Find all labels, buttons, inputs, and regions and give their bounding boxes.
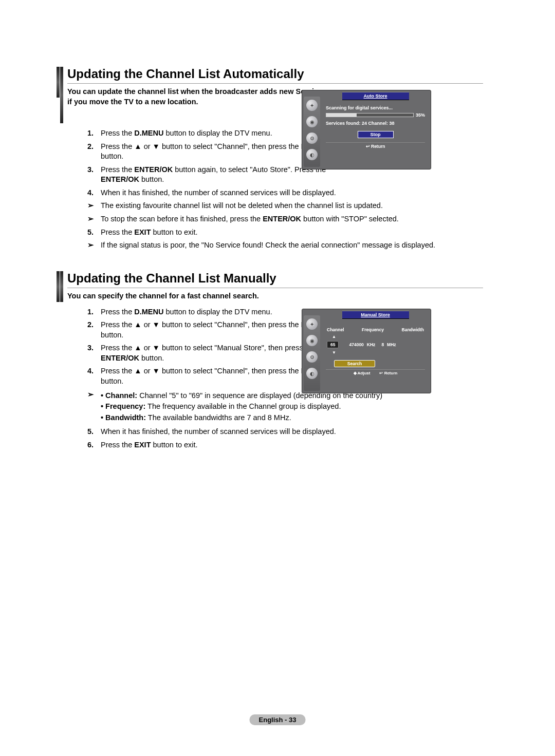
menu-icon: ◉ bbox=[306, 116, 318, 127]
menu-icon: ◉ bbox=[306, 335, 318, 346]
step-number: 6. bbox=[87, 440, 101, 450]
down-arrow-icon: ▼ bbox=[326, 350, 425, 355]
note-arrow-icon: ➢ bbox=[87, 390, 101, 424]
step-text: Press the EXIT button to exit. bbox=[101, 228, 483, 238]
progress-fill bbox=[326, 114, 357, 117]
osd-progress-percent: 35% bbox=[416, 112, 425, 118]
step-number: 3. bbox=[87, 343, 101, 363]
note-text: • Channel: Channel "5" to "69" in sequen… bbox=[101, 390, 483, 424]
step-number: 5. bbox=[87, 427, 101, 437]
step-number: 1. bbox=[87, 128, 101, 139]
note-arrow-icon: ➢ bbox=[87, 240, 101, 251]
note-text: If the signal status is poor, the "No Se… bbox=[101, 240, 483, 251]
note-arrow-icon: ➢ bbox=[87, 214, 101, 224]
note-arrow-icon: ➢ bbox=[87, 201, 101, 211]
col-channel: Channel bbox=[327, 327, 344, 332]
menu-icon: ◐ bbox=[306, 149, 318, 160]
frequency-unit: KHz bbox=[367, 342, 376, 347]
osd-tab-title: Auto Store bbox=[342, 92, 409, 100]
menu-icon: ⚙ bbox=[306, 351, 318, 363]
header-bars-icon bbox=[57, 67, 63, 123]
osd-progress: 35% bbox=[326, 112, 425, 118]
menu-icon: ✦ bbox=[306, 100, 318, 111]
step-text: When it has finished, the number of scan… bbox=[101, 427, 483, 437]
note-text: The existing favourite channel list will… bbox=[101, 201, 483, 211]
col-frequency: Frequency bbox=[362, 327, 384, 332]
osd-scanning-text: Scanning for digital services... bbox=[326, 105, 425, 110]
bandwidth-unit: MHz bbox=[387, 342, 396, 347]
step-number: 2. bbox=[87, 142, 101, 162]
step-number: 1. bbox=[87, 307, 101, 317]
osd-search-button[interactable]: Search bbox=[334, 360, 375, 367]
step-number: 3. bbox=[87, 165, 101, 185]
section-title: Updating the Channel List Manually bbox=[67, 271, 483, 288]
osd-tab-title: Manual Store bbox=[342, 311, 409, 319]
bandwidth-value: 8 bbox=[381, 342, 384, 347]
menu-icon: ⚙ bbox=[306, 133, 318, 144]
osd-adjust-hint: ◆ Adjust bbox=[354, 371, 371, 375]
up-arrow-icon: ▲ bbox=[326, 334, 425, 339]
section-intro: You can specify the channel for a fast c… bbox=[67, 291, 483, 301]
section-title: Updating the Channel List Automatically bbox=[67, 67, 483, 84]
osd-stop-button[interactable]: Stop bbox=[358, 131, 394, 138]
channel-value[interactable]: 65 bbox=[327, 341, 339, 348]
osd-auto-store: ✦ ◉ ⚙ ◐ Auto Store Scanning for digital … bbox=[302, 90, 431, 169]
osd-return-hint: ↩ Return bbox=[379, 371, 397, 375]
step-text: When it has finished, the number of scan… bbox=[101, 188, 348, 198]
osd-manual-store: ✦ ◉ ⚙ ◐ Manual Store Channel Frequency B… bbox=[302, 309, 431, 393]
header-bars-icon bbox=[57, 271, 63, 302]
frequency-value: 474000 bbox=[349, 342, 363, 347]
menu-icon: ◐ bbox=[306, 368, 318, 379]
note-text: To stop the scan before it has finished,… bbox=[101, 214, 483, 224]
step-number: 4. bbox=[87, 366, 101, 386]
osd-return-hint: ↩ Return bbox=[326, 142, 425, 149]
step-number: 4. bbox=[87, 188, 101, 198]
osd-sidebar: ✦ ◉ ⚙ ◐ bbox=[304, 97, 320, 167]
step-text: Press the EXIT button to exit. bbox=[101, 440, 483, 450]
page-footer: English - 33 bbox=[250, 714, 306, 725]
osd-sidebar: ✦ ◉ ⚙ ◐ bbox=[304, 315, 320, 391]
step-number: 5. bbox=[87, 228, 101, 238]
step-number: 2. bbox=[87, 320, 101, 340]
menu-icon: ✦ bbox=[306, 318, 318, 330]
osd-found-text: Services found: 24 Channel: 38 bbox=[326, 121, 425, 126]
col-bandwidth: Bandwidth bbox=[402, 327, 424, 332]
